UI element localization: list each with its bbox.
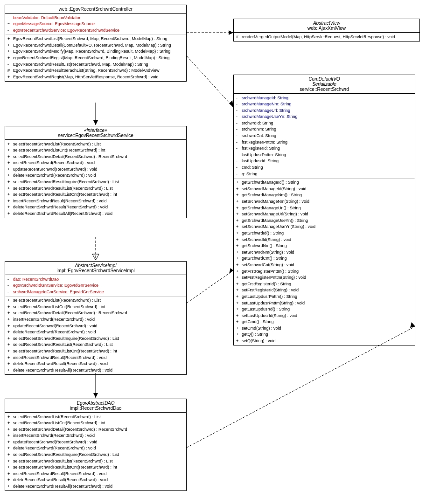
service-impl-title: AbstractServiceImpl impl::EgovRecentSrch…	[5, 262, 186, 275]
row-text: srchwrdId: String	[242, 120, 273, 126]
row-prefix: -	[236, 152, 242, 158]
uml-row: - egovRecentSrchwrdService: EgovRecentSr…	[7, 27, 184, 34]
row-prefix: +	[236, 205, 242, 211]
uml-row: + selectRecentSrchwrdList(RecentSrchwrd)…	[7, 297, 184, 304]
row-prefix: -	[7, 28, 13, 34]
uml-row: + selectRecentSrchwrdListCnt(RecentSrchw…	[7, 420, 184, 427]
row-prefix: -	[7, 15, 13, 21]
row-prefix: +	[7, 427, 13, 433]
row-text: egovMessageSource: EgovMessageSource	[13, 21, 95, 27]
row-text: setSrchwrdManageUseYn(String) : void	[242, 224, 315, 230]
row-prefix: -	[236, 145, 242, 152]
uml-row: + setSrchwrdNm(String) : void	[236, 249, 412, 255]
service-impl-fields: - dao: RecentSrchwrdDao- egovSrchwrdIdGn…	[5, 275, 186, 297]
row-text: selectRecentSrchwrdResultListCnt(RecentS…	[13, 464, 117, 470]
row-text: setSrchwrdId(String) : void	[242, 237, 291, 243]
row-prefix: -	[7, 276, 13, 283]
uml-row: + setLastUpdusrPnttm(String) : void	[236, 300, 412, 306]
row-text: frstRegisterPnttm: String	[242, 139, 287, 145]
row-prefix: +	[7, 211, 13, 217]
abstract-view-title: AbstractView web::AjaxXmlView	[234, 19, 419, 33]
uml-row: + getSrchwrdNm() : String	[236, 243, 412, 249]
row-text: dao: RecentSrchwrdDao	[13, 276, 59, 283]
row-text: selectRecentSrchwrdResultList(RecentSrch…	[13, 186, 113, 192]
uml-row: + updateRecentSrchwrd(RecentSrchwrd) : v…	[7, 166, 184, 173]
uml-row: + setSrchwrdManageId(String) : void	[236, 186, 412, 192]
svg-marker-5	[229, 100, 233, 107]
vo-methods: + getSrchwrdManageId() : String+ setSrch…	[234, 179, 415, 345]
vo-box: ComDefaultVO Serializable service::Recen…	[233, 75, 415, 345]
uml-row: + EgovRecentSrchwrdDetail(ComDefaultVO, …	[7, 42, 184, 48]
row-prefix: -	[7, 283, 13, 289]
row-prefix: +	[7, 329, 13, 335]
uml-row: + getSrchwrdManageUrl() : String	[236, 205, 412, 211]
row-prefix: +	[236, 249, 242, 255]
row-text: setSrchwrdManageNm(String) : void	[242, 199, 309, 205]
svg-marker-11	[229, 268, 233, 274]
controller-fields: - beanValidator: DefaultBeanValidator~ e…	[5, 14, 186, 35]
svg-line-4	[187, 56, 233, 107]
uml-row: + getFrstRegisterPnttm() : String	[236, 268, 412, 275]
uml-row: - srchwrdManageIdGnrService: EgovIdGnrSe…	[7, 289, 184, 295]
uml-row: - srchwrdId: String	[236, 120, 412, 126]
row-text: insertRecentSrchwrd(RecentSrchwrd) : voi…	[13, 160, 95, 166]
row-text: setSrchwrdManageUrl(String) : void	[242, 211, 308, 217]
vo-stereotype1: ComDefaultVO	[308, 76, 340, 82]
row-prefix: +	[7, 317, 13, 323]
row-prefix: +	[236, 319, 242, 325]
controller-methods: + EgovRecentSrchwrdList(RecentSrchwrd, M…	[5, 35, 186, 81]
row-prefix: +	[7, 414, 13, 420]
row-prefix: +	[7, 348, 13, 354]
row-text: srchwrdCnt: String	[242, 133, 276, 139]
uml-row: + selectRecentSrchwrdResultListCnt(Recen…	[7, 192, 184, 198]
row-prefix: +	[7, 147, 13, 153]
row-text: setSrchwrdManageId(String) : void	[242, 186, 307, 192]
row-prefix: +	[236, 294, 242, 300]
row-prefix: +	[7, 483, 13, 490]
uml-row: + insertRecentSrchwrdResult(RecentSrchwr…	[7, 354, 184, 361]
row-prefix: -	[7, 62, 13, 68]
uml-row: - frstRegisterId: String	[236, 145, 412, 152]
uml-row: + getSrchwrdManageId() : String	[236, 180, 412, 186]
uml-row: + egovRecentSrchwrdRegist(Map, RecentSrc…	[7, 55, 184, 62]
uml-row: ~ egovMessageSource: EgovMessageSource	[7, 21, 184, 28]
row-text: selectRecentSrchwrdResultListCnt(RecentS…	[13, 192, 117, 198]
service-name: service::EgovRecentSrchwrdService	[58, 133, 133, 138]
row-text: EgovRecentSrchwrdList(RecentSrchwrd, Map…	[13, 36, 168, 42]
row-prefix: +	[236, 325, 242, 331]
service-interface-title: «interface» service::EgovRecentSrchwrdSe…	[5, 126, 186, 140]
row-prefix: +	[7, 336, 13, 342]
dao-stereotype: EgovAbstractDAO	[77, 400, 114, 406]
row-text: insertRecentSrchwrdResult(RecentSrchwrd)…	[13, 471, 107, 477]
row-text: getFrstRegisterPnttm() : String	[242, 269, 299, 275]
uml-row: + selectRecentSrchwrdListCnt(RecentSrchw…	[7, 147, 184, 154]
row-text: selectRecentSrchwrdResultList(RecentSrch…	[13, 342, 113, 348]
row-text: deleteRecentSrchwrdResultAll(RecentSrchw…	[13, 211, 112, 217]
uml-row: + selectRecentSrchwrdResultList(RecentSr…	[7, 185, 184, 192]
uml-row: + selectRecentSrchwrdList(RecentSrchwrd)…	[7, 414, 184, 420]
row-text: setSrchwrdNm(String) : void	[242, 249, 294, 255]
row-text: selectRecentSrchwrdDetail(RecentSrchwrd)…	[13, 154, 127, 160]
row-text: selectRecentSrchwrdListCnt(RecentSrchwrd…	[13, 304, 105, 310]
row-text: selectRecentSrchwrdResultInquire(RecentS…	[13, 336, 119, 342]
uml-row: - srchwrdManageUseYn: String	[236, 114, 412, 120]
row-prefix: +	[7, 166, 13, 173]
uml-row: - EgovRecentSrchwrdResultList(RecentSrch…	[7, 61, 184, 68]
vo-name: service::RecentSrchwrd	[300, 87, 349, 92]
row-prefix: +	[7, 471, 13, 477]
row-text: beanValidator: DefaultBeanValidator	[13, 15, 80, 21]
row-text: srchwrdManageUrl: String	[242, 108, 290, 114]
row-prefix: +	[7, 55, 13, 61]
uml-row: - srchwrdManageUrl: String	[236, 107, 412, 114]
row-text: egovSrchwrdIdGnrService: EgovIdGnrServic…	[13, 283, 98, 289]
row-text: egovRecentSrchwrdService: EgovRecentSrch…	[13, 28, 119, 34]
uml-row: + insertRecentSrchwrd(RecentSrchwrd) : v…	[7, 317, 184, 323]
row-prefix: +	[7, 48, 13, 55]
row-prefix: +	[7, 160, 13, 166]
row-text: deleteRecentSrchwrdResult(RecentSrchwrd)…	[13, 477, 108, 483]
uml-row: + EgovRecentSrchwrdList(RecentSrchwrd, M…	[7, 36, 184, 42]
uml-row: + selectRecentSrchwrdResultListCnt(Recen…	[7, 464, 184, 471]
row-text: updateRecentSrchwrd(RecentSrchwrd) : voi…	[13, 439, 98, 445]
row-prefix: +	[7, 192, 13, 198]
row-text: egovRecentSrchwrdRegist(Map, RecentSrchw…	[13, 55, 169, 61]
